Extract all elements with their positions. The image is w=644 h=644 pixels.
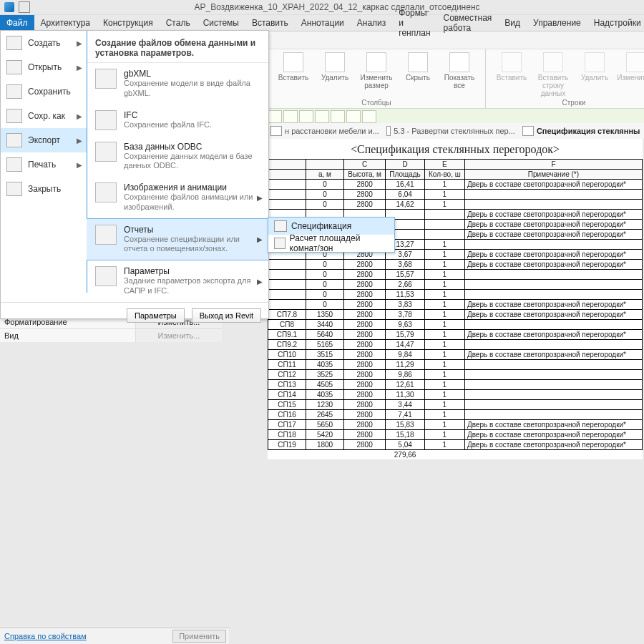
schedule-table[interactable]: CDEF а, мВысота, мПлощадьКол-во, шПримеч…: [268, 159, 643, 459]
table-row[interactable]: 028002,661: [268, 280, 643, 290]
export-icon: [95, 225, 117, 245]
ribbon-btn[interactable]: Скрыть: [398, 52, 438, 82]
tb-icon[interactable]: [315, 110, 329, 123]
table-row[interactable]: 0280016,411Дверь в составе светопрозрачн…: [268, 180, 643, 190]
table-row[interactable]: СП15123028003,441: [268, 400, 643, 410]
export-item-Отчеты[interactable]: ОтчетыСохранение спецификации или отчета…: [87, 218, 268, 261]
table-row[interactable]: 0280014,621: [268, 200, 643, 210]
file-menu-item-Создать[interactable]: Создать▶: [1, 31, 87, 55]
tb-icon[interactable]: [283, 110, 298, 123]
table-row[interactable]: СП175650280015,831Дверь в составе светоп…: [268, 420, 643, 430]
menu-Совместная работа[interactable]: Совместная работа: [437, 15, 499, 31]
table-row[interactable]: СП7.8135028003,781Дверь в составе светоп…: [268, 310, 643, 320]
ribbon-icon: [626, 52, 644, 72]
export-item-IFC[interactable]: IFCСохранение файла IFC.: [87, 104, 268, 136]
ribbon-group-columns: Столбцы: [273, 99, 479, 107]
menu-Архитектура[interactable]: Архитектура: [34, 15, 97, 31]
table-row[interactable]: СП185420280015,181Дверь в составе светоп…: [268, 430, 643, 440]
export-item-Изображения и анимации[interactable]: Изображения и анимацииСохранение файлов …: [87, 177, 268, 218]
table-row[interactable]: СП144035280011,301: [268, 390, 643, 400]
file-menu-icon: [6, 36, 22, 50]
export-item-База данных ODBC[interactable]: База данных ODBCСохранение данных модели…: [87, 136, 268, 177]
menu-Аннотации[interactable]: Аннотации: [295, 15, 351, 31]
flyout-item[interactable]: Расчет площадей комнат/зон: [268, 235, 394, 252]
ribbon-btn[interactable]: Вставить: [273, 52, 313, 82]
ribbon-icon: [449, 52, 469, 72]
file-menu-item-Печать[interactable]: Печать▶: [1, 152, 87, 177]
menu-Вставить[interactable]: Вставить: [245, 15, 295, 31]
ribbon-btn[interactable]: Изменить р: [616, 52, 644, 82]
quick-access-icon[interactable]: [19, 1, 30, 13]
menu-Управление[interactable]: Управление: [527, 15, 587, 31]
table-row[interactable]: 028003,681Дверь в составе светопрозрачно…: [268, 260, 643, 270]
document-tab[interactable]: Спецификация стеклянны: [522, 126, 640, 136]
table-row[interactable]: СП12352528009,861: [268, 370, 643, 380]
menu-Анализ[interactable]: Анализ: [351, 15, 393, 31]
file-menu-icon: [6, 60, 22, 74]
table-row[interactable]: СП16264528007,411: [268, 410, 643, 420]
schedule-title: <Спецификация стеклянных перегородок>: [268, 143, 643, 156]
ribbon-btn[interactable]: Изменить размер: [356, 52, 396, 89]
tb-icon[interactable]: [299, 110, 313, 123]
tb-icon[interactable]: [362, 110, 376, 123]
flyout-icon: [274, 238, 286, 249]
menu-Формы и генплан[interactable]: Формы и генплан: [392, 15, 436, 31]
table-row[interactable]: СП10351528009,841Дверь в составе светопр…: [268, 350, 643, 360]
tab-icon: [270, 126, 282, 136]
schedule-view: <Спецификация стеклянных перегородок> CD…: [268, 139, 643, 459]
table-row[interactable]: 028006,041: [268, 190, 643, 200]
ribbon-icon: [543, 52, 563, 72]
table-row[interactable]: СП9.15640280015,791Дверь в составе свето…: [268, 330, 643, 340]
document-tab[interactable]: 5.3 - Развертки стеклянных пер...: [386, 126, 515, 136]
file-menu-icon: [6, 182, 22, 196]
tab-icon: [386, 126, 391, 136]
table-row[interactable]: СП134505280012,611: [268, 380, 643, 390]
apply-button[interactable]: Применить: [172, 630, 226, 643]
options-button[interactable]: Параметры: [127, 308, 185, 323]
table-row[interactable]: 0280011,531: [268, 290, 643, 300]
file-menu-item-Закрыть[interactable]: Закрыть: [1, 177, 87, 201]
table-row[interactable]: СП19180028005,041Дверь в составе светопр…: [268, 440, 643, 450]
menu-Вид[interactable]: Вид: [498, 15, 527, 31]
menu-Сталь[interactable]: Сталь: [160, 15, 197, 31]
export-item-Параметры[interactable]: ПараметрыЗадание параметров экспорта для…: [87, 260, 268, 302]
file-menu-item-Экспорт[interactable]: Экспорт▶: [1, 128, 87, 152]
ribbon-btn[interactable]: Показать все: [439, 52, 479, 89]
menu-Системы[interactable]: Системы: [197, 15, 245, 31]
tb-icon[interactable]: [268, 110, 282, 123]
tb-icon[interactable]: [346, 110, 361, 123]
ribbon-icon: [283, 52, 303, 72]
ribbon-btn[interactable]: Удалить: [575, 52, 615, 82]
file-menu-left: Создать▶Открыть▶СохранитьСохр. как▶Экспо…: [1, 31, 87, 293]
ribbon-btn[interactable]: Вставить строку данных: [533, 52, 573, 97]
table-row[interactable]: 028003,831Дверь в составе светопрозрачно…: [268, 300, 643, 310]
export-icon: [95, 110, 117, 130]
table-row[interactable]: СП9.25165280014,471: [268, 340, 643, 350]
export-icon: [95, 266, 117, 286]
flyout-item[interactable]: Спецификация: [268, 218, 394, 235]
ribbon-icon: [366, 52, 386, 72]
file-menu-item-Открыть[interactable]: Открыть▶: [1, 55, 87, 79]
export-item-gbXML[interactable]: gbXMLСохранение модели в виде файла gbXM…: [87, 63, 268, 104]
table-row[interactable]: СП8344028009,631: [268, 320, 643, 330]
ribbon-icon: [408, 52, 428, 72]
export-icon: [95, 142, 117, 162]
file-menu-item-Сохранить[interactable]: Сохранить: [1, 79, 87, 104]
menu-Надстройки[interactable]: Надстройки: [587, 15, 644, 31]
file-menu-icon: [6, 133, 22, 147]
ribbon-btn[interactable]: Удалить: [315, 52, 355, 82]
exit-revit-button[interactable]: Выход из Revit: [192, 308, 261, 323]
property-row[interactable]: ВидИзменить...: [0, 328, 222, 342]
ribbon-btn[interactable]: Вставить: [492, 52, 532, 82]
properties-help-link[interactable]: Справка по свойствам: [4, 632, 87, 640]
tab-icon: [522, 126, 534, 136]
document-tab[interactable]: н расстановки мебели и...: [270, 126, 379, 136]
table-row[interactable]: СП114035280011,291: [268, 360, 643, 370]
menu-Конструкция[interactable]: Конструкция: [97, 15, 160, 31]
app-logo-icon: [4, 2, 14, 12]
file-menu-header: Создание файлов обмена данными и установ…: [87, 31, 268, 63]
tb-icon[interactable]: [331, 110, 345, 123]
menu-Файл[interactable]: Файл: [0, 15, 34, 31]
file-menu-item-Сохр. как[interactable]: Сохр. как▶: [1, 104, 87, 128]
table-row[interactable]: 0280015,571: [268, 270, 643, 280]
